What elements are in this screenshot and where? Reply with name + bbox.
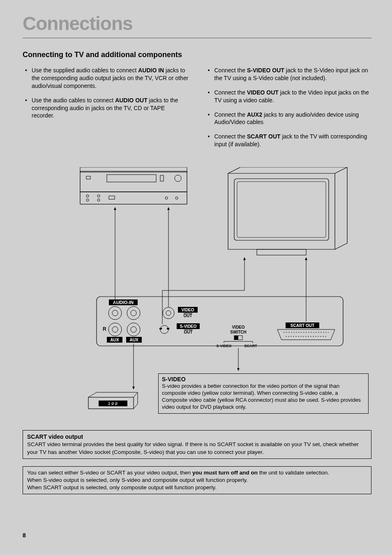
svg-point-8 [86, 199, 89, 201]
svg-rect-4 [160, 175, 164, 181]
aux1-label: AUX [110, 338, 119, 342]
svideo-out-label: OUT [184, 330, 192, 334]
connection-diagram: AUDIO-IN R AUX AUX VIDEO OUT [23, 167, 371, 426]
svg-point-7 [86, 195, 89, 197]
svg-rect-3 [107, 175, 156, 182]
svideo-box-title: S-VIDEO [162, 375, 365, 383]
right-bullet-list: Connect the S-VIDEO OUT jack to the S-Vi… [205, 67, 372, 148]
scart-box-body: SCART video terminal provides the best q… [27, 441, 359, 455]
svg-point-26 [131, 327, 136, 332]
svg-point-22 [131, 310, 136, 316]
svg-rect-11 [109, 196, 115, 199]
svg-point-12 [165, 197, 168, 199]
svideo-label: S-VIDEO [180, 324, 196, 329]
scart-out-label: SCART OUT [291, 323, 314, 328]
svg-point-10 [97, 199, 100, 201]
cd-tuner-icon: 199 [88, 392, 138, 409]
aux2-label: AUX [129, 338, 138, 342]
note-line1-pre: You can select either S-video or SCART a… [27, 470, 192, 476]
svg-rect-6 [80, 192, 187, 204]
svg-rect-15 [237, 182, 326, 237]
display-readout: 199 [108, 401, 118, 406]
svg-point-9 [97, 195, 100, 197]
svg-rect-14 [234, 179, 329, 240]
left-bullet-list: Use the supplied audio cables to connect… [23, 67, 189, 120]
page-title: Connections [23, 12, 371, 35]
list-item: Connect the VIDEO OUT jack to the Video … [205, 89, 372, 104]
svg-point-19 [108, 306, 122, 320]
note-line1-bold: you must turn off and on [192, 470, 258, 476]
section-subtitle: Connecting to TV and additional componen… [23, 51, 371, 59]
svg-point-20 [112, 310, 118, 316]
svg-point-13 [175, 197, 178, 199]
video-out-label: OUT [183, 313, 192, 318]
svideo-info-box: S-VIDEO S-video provides a better connec… [158, 373, 369, 414]
list-item: Use the supplied audio cables to connect… [23, 67, 189, 90]
note-line3: When SCART output is selected, only comp… [27, 484, 217, 491]
video-label: VIDEO [181, 308, 194, 312]
title-divider [23, 38, 371, 38]
list-item: Use the audio cables to connect AUDIO OU… [23, 97, 189, 120]
scart-info-box: SCART video output SCART video terminal … [23, 430, 371, 459]
video-switch-label2: SWITCH [230, 330, 246, 334]
svg-rect-16 [257, 249, 306, 255]
list-item: Connect the AUX2 jacks to any audio/vide… [205, 111, 372, 127]
svg-point-24 [112, 327, 118, 332]
note-info-box: You can select either S-video or SCART a… [23, 466, 371, 495]
svideo-box-body: S-video provides a better connection for… [162, 383, 365, 411]
tv-icon [228, 167, 347, 255]
svg-rect-33 [159, 328, 162, 329]
two-column-list: Use the supplied audio cables to connect… [23, 67, 371, 155]
svg-rect-34 [167, 328, 169, 329]
svg-rect-2 [86, 176, 90, 179]
svg-point-30 [166, 311, 171, 315]
audio-in-label: AUDIO-IN [113, 300, 134, 305]
video-switch-label1: VIDEO [232, 325, 244, 329]
scart-box-title: SCART video output [27, 433, 83, 440]
svg-point-25 [127, 323, 140, 336]
scart-switch-label: SCART [244, 344, 258, 348]
page-number: 8 [23, 532, 26, 539]
vcr-device-icon [80, 167, 187, 204]
note-line1-post: the unit to validate selection. [258, 470, 329, 476]
r-label: R [103, 326, 106, 332]
note-line2: When S-video output is selected, only S-… [27, 477, 248, 483]
svg-point-23 [108, 323, 122, 336]
svg-point-21 [127, 306, 140, 320]
svideo-switch-label: S-VIDEO [216, 344, 231, 348]
svg-point-29 [163, 307, 174, 319]
list-item: Connect the S-VIDEO OUT jack to the S-Vi… [205, 67, 372, 82]
list-item: Connect the SCART OUT jack to the TV wit… [205, 133, 372, 148]
svg-point-5 [175, 175, 181, 182]
svg-rect-37 [234, 336, 238, 340]
